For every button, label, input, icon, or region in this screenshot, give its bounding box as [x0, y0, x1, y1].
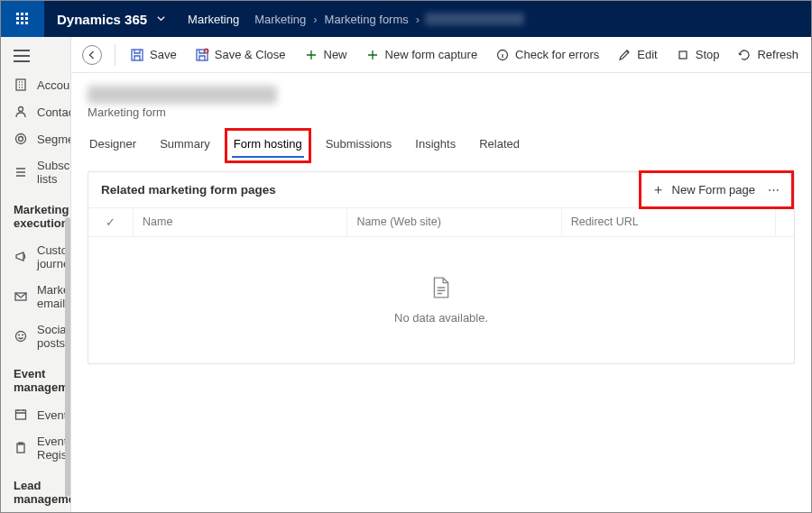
refresh-button[interactable]: Refresh	[730, 42, 806, 68]
tab-insights[interactable]: Insights	[413, 132, 457, 160]
save-close-icon	[195, 48, 209, 62]
svg-rect-0	[16, 79, 25, 90]
info-icon	[495, 48, 510, 62]
record-subtitle: Marketing form	[88, 105, 795, 119]
sidebar-item-contacts[interactable]: Contacts	[1, 98, 70, 125]
save-button[interactable]: Save	[123, 42, 184, 68]
tab-form-hosting[interactable]: Form hosting	[232, 132, 304, 160]
sidebar-item-label: Contacts	[37, 105, 71, 119]
sidebar-item-label: Segments	[37, 133, 71, 146]
more-actions-button[interactable]: ⋯	[768, 183, 781, 197]
clipboard-icon	[14, 441, 28, 455]
sidebar-scrollbar[interactable]	[65, 217, 70, 497]
record-title	[88, 86, 277, 104]
calendar-icon	[14, 408, 28, 422]
sidebar-item-segments[interactable]: Segments	[1, 125, 70, 152]
svg-point-3	[19, 137, 23, 142]
grid-header-row: ✓ Name Name (Web site) Redirect URL	[88, 207, 794, 237]
grid-empty-state: No data available.	[88, 237, 794, 363]
svg-rect-15	[679, 51, 687, 59]
breadcrumb-1[interactable]: Marketing forms	[318, 13, 416, 26]
tab-designer[interactable]: Designer	[88, 132, 138, 160]
save-close-button[interactable]: Save & Close	[188, 42, 293, 68]
brand-label[interactable]: Dynamics 365	[44, 12, 156, 27]
sidebar-item-subscription-lists[interactable]: Subscription lists	[1, 152, 70, 192]
sidebar-item-events[interactable]: Events	[1, 401, 70, 428]
plus-icon	[365, 48, 380, 62]
person-icon	[14, 105, 28, 119]
sidebar-section-title: Event management	[1, 356, 70, 401]
related-form-pages-grid: Related marketing form pages ＋ New Form …	[88, 171, 795, 364]
svg-point-1	[19, 107, 23, 112]
waffle-button[interactable]	[1, 1, 44, 37]
new-button[interactable]: New	[297, 42, 355, 68]
mail-icon	[14, 289, 28, 304]
sidebar-item-label: Subscription lists	[37, 159, 71, 186]
svg-rect-12	[197, 50, 208, 60]
waffle-icon	[16, 13, 29, 25]
smile-icon	[14, 329, 28, 344]
column-header-website[interactable]: Name (Web site)	[347, 208, 561, 236]
sidebar-item-customer-journeys[interactable]: Customer journeys	[1, 237, 70, 277]
svg-point-5	[16, 332, 26, 342]
svg-point-7	[23, 334, 23, 335]
breadcrumb-0[interactable]: Marketing	[247, 13, 313, 26]
sidebar-item-label: Social posts	[37, 323, 69, 350]
global-nav: Dynamics 365 Marketing Marketing › Marke…	[1, 1, 811, 37]
new-form-page-button[interactable]: ＋ New Form page	[651, 181, 755, 198]
app-name[interactable]: Marketing	[180, 13, 246, 26]
sidebar-item-label: Accounts	[37, 78, 71, 92]
column-header-redirect[interactable]: Redirect URL	[562, 208, 776, 236]
breadcrumb-current	[425, 13, 524, 25]
pencil-icon	[617, 48, 632, 62]
check-errors-button[interactable]: Check for errors	[488, 42, 606, 68]
chevron-down-icon[interactable]	[156, 13, 180, 26]
command-bar: Save Save & Close New New form capture C…	[71, 37, 811, 73]
column-header-name[interactable]: Name	[134, 208, 347, 236]
plus-icon	[304, 48, 318, 62]
sidebar-item-accounts[interactable]: Accounts	[1, 71, 70, 98]
sidebar-section-title: Lead management	[1, 468, 70, 512]
save-icon	[130, 48, 144, 62]
edit-button[interactable]: Edit	[610, 42, 664, 68]
document-icon	[431, 276, 451, 302]
target-icon	[14, 132, 28, 146]
building-icon	[14, 78, 28, 92]
new-form-capture-button[interactable]: New form capture	[358, 42, 485, 68]
sidebar-section-title: Marketing execution	[1, 192, 70, 237]
svg-rect-11	[132, 50, 143, 60]
tab-summary[interactable]: Summary	[158, 132, 212, 160]
svg-point-6	[19, 334, 20, 335]
main-area: Save Save & Close New New form capture C…	[71, 37, 811, 512]
stop-icon	[676, 48, 690, 62]
tab-submissions[interactable]: Submissions	[324, 132, 394, 160]
refresh-icon	[737, 48, 752, 62]
sidebar-item-marketing-emails[interactable]: Marketing emails	[1, 277, 70, 316]
empty-text: No data available.	[394, 311, 488, 325]
tab-related[interactable]: Related	[477, 132, 521, 160]
megaphone-icon	[14, 250, 28, 264]
tab-strip: Designer Summary Form hosting Submission…	[88, 132, 795, 160]
hamburger-button[interactable]	[1, 44, 70, 71]
list-icon	[14, 165, 28, 179]
sidebar: Accounts Contacts Segments Subscription …	[1, 37, 71, 512]
sidebar-item-social-posts[interactable]: Social posts	[1, 316, 70, 356]
svg-point-2	[16, 134, 26, 144]
plus-icon: ＋	[651, 181, 665, 198]
select-all-column[interactable]: ✓	[88, 208, 134, 236]
sidebar-item-event-registrations[interactable]: Event Registrations	[1, 428, 70, 468]
chevron-right-icon: ›	[416, 13, 420, 26]
svg-rect-8	[16, 410, 26, 419]
back-button[interactable]	[82, 45, 102, 65]
stop-button[interactable]: Stop	[669, 42, 727, 68]
grid-title: Related marketing form pages	[101, 183, 276, 197]
